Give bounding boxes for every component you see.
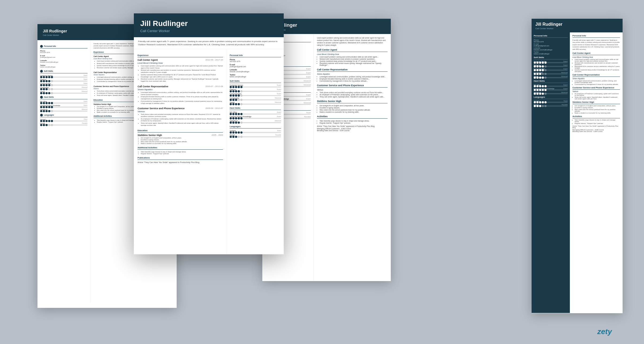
center-title: Call Center Worker xyxy=(140,29,277,33)
left-sidebar: Personal Info Phone 503-935-1679 E-mail … xyxy=(37,40,90,303)
skill-row-patience: Patience Expert xyxy=(40,79,88,82)
skill-row-cs: Customer Service Expert xyxy=(40,75,88,78)
personal-info-section: Personal Info xyxy=(40,45,88,48)
soft-skills-icon-left xyxy=(40,70,43,73)
center-body: Experience Call Center Agent 2012-09 - 2… xyxy=(134,49,284,254)
fr-sidebar: Personal Info Phone 503-935-1679 E-mail … xyxy=(532,32,570,313)
hard-skills-icon-left xyxy=(40,96,43,99)
page-wrapper: Jill Rudlinger Call Center Worker Person… xyxy=(0,0,644,344)
rc-main: Used expert problem solving and communic… xyxy=(314,34,391,280)
center-name: Jill Rudlinger xyxy=(140,19,277,28)
skill-row-comm: Communication Expert xyxy=(40,83,88,86)
center-summary: Friendly call center agent with 7+ years… xyxy=(134,37,284,49)
zety-logo: zety xyxy=(597,327,612,336)
resume-center: Jill Rudlinger Call Center Worker Friend… xyxy=(134,13,284,254)
skill-row-compassion: Compassion Advanced xyxy=(40,87,88,90)
center-sidebar: Personal Info Phone 503-935-1679 E-mail … xyxy=(227,49,284,254)
personal-info-icon xyxy=(40,45,43,48)
center-main: Experience Call Center Agent 2012-09 - 2… xyxy=(134,49,227,254)
fr-body: Personal Info Phone 503-935-1679 E-mail … xyxy=(532,32,623,313)
fr-title: Call Center Worker xyxy=(535,27,619,30)
fr-main: Personal Info Friendly call center agent… xyxy=(570,32,623,313)
rc-name: Jill Rudlinger xyxy=(267,22,387,28)
skill-row-speed: Speed Advanced xyxy=(40,91,88,94)
languages-icon-left xyxy=(40,114,43,116)
resume-far-right: Jill Rudlinger Call Center Worker Person… xyxy=(532,19,623,313)
fr-header: Jill Rudlinger Call Center Worker xyxy=(532,19,623,32)
center-header: Jill Rudlinger Call Center Worker xyxy=(134,13,284,37)
fr-name: Jill Rudlinger xyxy=(535,22,619,27)
rc-title: Call Center Agent xyxy=(267,29,387,31)
